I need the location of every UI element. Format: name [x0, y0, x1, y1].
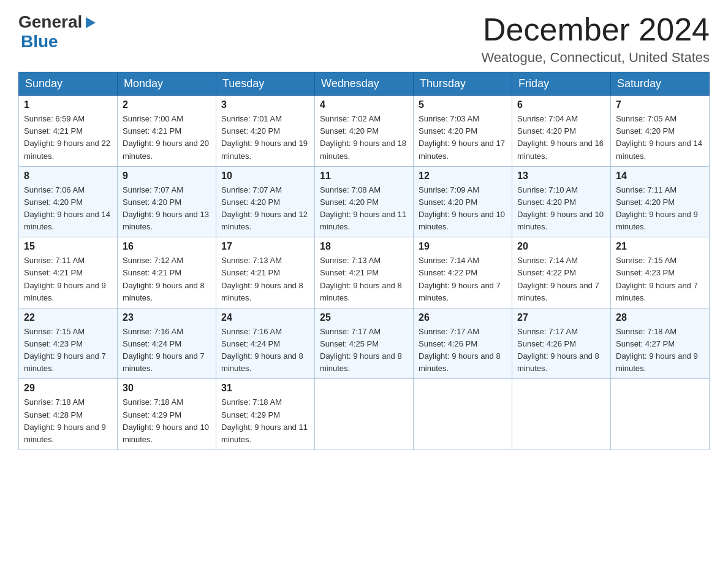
day-info: Sunrise: 7:11 AMSunset: 4:21 PMDaylight:… — [24, 256, 106, 302]
calendar-day-cell: 23 Sunrise: 7:16 AMSunset: 4:24 PMDaylig… — [118, 308, 216, 379]
day-number: 2 — [123, 99, 211, 110]
calendar-day-cell: 11 Sunrise: 7:08 AMSunset: 4:20 PMDaylig… — [315, 166, 414, 237]
day-info: Sunrise: 7:13 AMSunset: 4:21 PMDaylight:… — [320, 256, 402, 302]
day-info: Sunrise: 7:14 AMSunset: 4:22 PMDaylight:… — [419, 256, 501, 302]
day-info: Sunrise: 7:09 AMSunset: 4:20 PMDaylight:… — [419, 185, 505, 231]
day-info: Sunrise: 7:15 AMSunset: 4:23 PMDaylight:… — [24, 327, 106, 373]
day-number: 4 — [320, 99, 408, 110]
day-number: 31 — [221, 383, 309, 394]
day-number: 17 — [221, 241, 309, 252]
day-info: Sunrise: 7:18 AMSunset: 4:28 PMDaylight:… — [24, 397, 106, 443]
calendar-day-cell: 19 Sunrise: 7:14 AMSunset: 4:22 PMDaylig… — [414, 237, 512, 308]
day-info: Sunrise: 7:17 AMSunset: 4:26 PMDaylight:… — [517, 327, 599, 373]
day-info: Sunrise: 7:13 AMSunset: 4:21 PMDaylight:… — [221, 256, 303, 302]
day-number: 20 — [517, 241, 605, 252]
day-number: 25 — [320, 312, 408, 323]
day-number: 6 — [517, 99, 605, 110]
calendar-day-header: Sunday — [19, 72, 118, 96]
day-info: Sunrise: 7:18 AMSunset: 4:29 PMDaylight:… — [123, 397, 209, 443]
day-number: 18 — [320, 241, 408, 252]
calendar-day-cell — [414, 379, 512, 450]
day-info: Sunrise: 7:04 AMSunset: 4:20 PMDaylight:… — [517, 114, 604, 160]
title-block: December 2024 Weatogue, Connecticut, Uni… — [481, 12, 710, 66]
logo-blue-text: Blue — [21, 32, 58, 51]
calendar-day-header: Saturday — [611, 72, 710, 96]
calendar-day-cell: 10 Sunrise: 7:07 AMSunset: 4:20 PMDaylig… — [216, 166, 315, 237]
day-info: Sunrise: 7:07 AMSunset: 4:20 PMDaylight:… — [221, 185, 308, 231]
page-header: General Blue December 2024 Weatogue, Con… — [18, 12, 710, 66]
calendar-day-cell: 13 Sunrise: 7:10 AMSunset: 4:20 PMDaylig… — [512, 166, 611, 237]
day-info: Sunrise: 7:16 AMSunset: 4:24 PMDaylight:… — [123, 327, 205, 373]
day-number: 7 — [616, 99, 704, 110]
day-number: 9 — [123, 170, 211, 182]
calendar-day-cell: 8 Sunrise: 7:06 AMSunset: 4:20 PMDayligh… — [19, 166, 118, 237]
month-title: December 2024 — [481, 12, 710, 47]
calendar-day-cell: 6 Sunrise: 7:04 AMSunset: 4:20 PMDayligh… — [512, 96, 611, 167]
day-number: 1 — [24, 99, 112, 110]
calendar-day-cell: 30 Sunrise: 7:18 AMSunset: 4:29 PMDaylig… — [118, 379, 216, 450]
day-number: 13 — [517, 170, 605, 182]
calendar-day-cell: 24 Sunrise: 7:16 AMSunset: 4:24 PMDaylig… — [216, 308, 315, 379]
day-info: Sunrise: 7:14 AMSunset: 4:22 PMDaylight:… — [517, 256, 599, 302]
calendar-week-row: 8 Sunrise: 7:06 AMSunset: 4:20 PMDayligh… — [19, 166, 710, 237]
day-info: Sunrise: 7:17 AMSunset: 4:26 PMDaylight:… — [419, 327, 501, 373]
calendar-week-row: 22 Sunrise: 7:15 AMSunset: 4:23 PMDaylig… — [19, 308, 710, 379]
calendar-day-cell: 29 Sunrise: 7:18 AMSunset: 4:28 PMDaylig… — [19, 379, 118, 450]
calendar-day-cell: 15 Sunrise: 7:11 AMSunset: 4:21 PMDaylig… — [19, 237, 118, 308]
day-number: 29 — [24, 383, 112, 394]
calendar-day-cell: 3 Sunrise: 7:01 AMSunset: 4:20 PMDayligh… — [216, 96, 315, 167]
day-number: 8 — [24, 170, 112, 182]
day-info: Sunrise: 7:12 AMSunset: 4:21 PMDaylight:… — [123, 256, 205, 302]
calendar-day-header: Friday — [512, 72, 611, 96]
logo-triangle-icon — [83, 16, 97, 29]
day-number: 19 — [419, 241, 507, 252]
day-info: Sunrise: 7:15 AMSunset: 4:23 PMDaylight:… — [616, 256, 698, 302]
calendar-day-cell: 14 Sunrise: 7:11 AMSunset: 4:20 PMDaylig… — [611, 166, 710, 237]
calendar-day-cell: 26 Sunrise: 7:17 AMSunset: 4:26 PMDaylig… — [414, 308, 512, 379]
calendar-body: 1 Sunrise: 6:59 AMSunset: 4:21 PMDayligh… — [19, 96, 710, 450]
day-number: 24 — [221, 312, 309, 323]
day-info: Sunrise: 7:03 AMSunset: 4:20 PMDaylight:… — [419, 114, 505, 160]
calendar-day-cell: 5 Sunrise: 7:03 AMSunset: 4:20 PMDayligh… — [414, 96, 512, 167]
day-number: 16 — [123, 241, 211, 252]
day-info: Sunrise: 7:01 AMSunset: 4:20 PMDaylight:… — [221, 114, 308, 160]
header-row: SundayMondayTuesdayWednesdayThursdayFrid… — [19, 72, 710, 96]
day-number: 26 — [419, 312, 507, 323]
day-number: 12 — [419, 170, 507, 182]
day-info: Sunrise: 7:08 AMSunset: 4:20 PMDaylight:… — [320, 185, 406, 231]
calendar-week-row: 29 Sunrise: 7:18 AMSunset: 4:28 PMDaylig… — [19, 379, 710, 450]
calendar-day-cell: 2 Sunrise: 7:00 AMSunset: 4:21 PMDayligh… — [118, 96, 216, 167]
calendar-day-cell — [611, 379, 710, 450]
day-number: 3 — [221, 99, 309, 110]
calendar-day-cell: 12 Sunrise: 7:09 AMSunset: 4:20 PMDaylig… — [414, 166, 512, 237]
calendar-day-cell: 17 Sunrise: 7:13 AMSunset: 4:21 PMDaylig… — [216, 237, 315, 308]
day-number: 14 — [616, 170, 704, 182]
calendar-day-cell: 31 Sunrise: 7:18 AMSunset: 4:29 PMDaylig… — [216, 379, 315, 450]
calendar-day-header: Tuesday — [216, 72, 315, 96]
calendar-day-cell: 7 Sunrise: 7:05 AMSunset: 4:20 PMDayligh… — [611, 96, 710, 167]
day-number: 21 — [616, 241, 704, 252]
calendar-day-cell: 16 Sunrise: 7:12 AMSunset: 4:21 PMDaylig… — [118, 237, 216, 308]
svg-marker-0 — [86, 17, 96, 28]
logo: General Blue — [18, 12, 97, 52]
day-number: 15 — [24, 241, 112, 252]
day-info: Sunrise: 7:11 AMSunset: 4:20 PMDaylight:… — [616, 185, 698, 231]
day-number: 27 — [517, 312, 605, 323]
calendar-day-cell: 28 Sunrise: 7:18 AMSunset: 4:27 PMDaylig… — [611, 308, 710, 379]
calendar-day-cell: 20 Sunrise: 7:14 AMSunset: 4:22 PMDaylig… — [512, 237, 611, 308]
calendar-day-cell: 22 Sunrise: 7:15 AMSunset: 4:23 PMDaylig… — [19, 308, 118, 379]
day-info: Sunrise: 7:18 AMSunset: 4:27 PMDaylight:… — [616, 327, 698, 373]
calendar-day-cell: 21 Sunrise: 7:15 AMSunset: 4:23 PMDaylig… — [611, 237, 710, 308]
calendar-table: SundayMondayTuesdayWednesdayThursdayFrid… — [18, 72, 710, 450]
day-info: Sunrise: 7:18 AMSunset: 4:29 PMDaylight:… — [221, 397, 308, 443]
day-info: Sunrise: 7:06 AMSunset: 4:20 PMDaylight:… — [24, 185, 110, 231]
day-number: 23 — [123, 312, 211, 323]
day-number: 10 — [221, 170, 309, 182]
calendar-day-header: Wednesday — [315, 72, 414, 96]
calendar-day-cell: 4 Sunrise: 7:02 AMSunset: 4:20 PMDayligh… — [315, 96, 414, 167]
day-info: Sunrise: 7:05 AMSunset: 4:20 PMDaylight:… — [616, 114, 702, 160]
calendar-day-cell — [512, 379, 611, 450]
calendar-week-row: 15 Sunrise: 7:11 AMSunset: 4:21 PMDaylig… — [19, 237, 710, 308]
day-number: 28 — [616, 312, 704, 323]
logo-general-text: General — [18, 12, 82, 32]
